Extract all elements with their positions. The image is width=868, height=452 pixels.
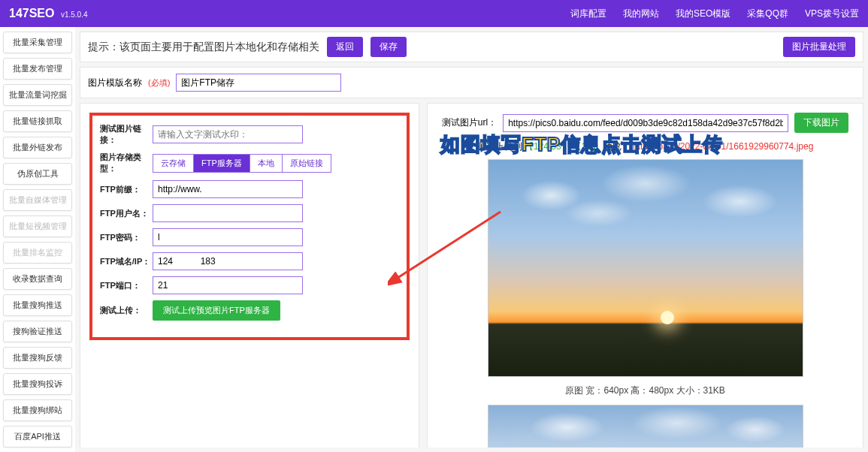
sidebar-item-3[interactable]: 批量链接抓取 (3, 110, 72, 132)
sidebar-item-1[interactable]: 批量发布管理 (3, 58, 72, 80)
ftp-prefix-input[interactable] (153, 180, 303, 198)
ftp-pass-input[interactable] (153, 228, 303, 246)
ftp-user-input[interactable] (153, 204, 303, 222)
batch-image-button[interactable]: 图片批量处理 (783, 37, 855, 57)
nav-dict[interactable]: 词库配置 (570, 8, 606, 20)
template-name-label: 图片模版名称 (88, 77, 142, 89)
sidebar-item-7[interactable]: 批量短视频管理 (3, 215, 72, 237)
storage-option-3[interactable]: 原始链接 (283, 154, 331, 173)
preview-image (488, 159, 803, 377)
storage-type-label: 图片存储类型： (100, 152, 153, 174)
ftp-user-label: FTP用户名： (100, 208, 153, 219)
template-name-bar: 图片模版名称 (必填) (80, 67, 863, 98)
sidebar-item-11[interactable]: 搜狗验证推送 (3, 321, 72, 342)
sidebar-item-5[interactable]: 伪原创工具 (3, 163, 72, 185)
top-nav: 词库配置 我的网站 我的SEO模版 采集QQ群 VPS拨号设置 (570, 8, 859, 20)
template-name-input[interactable] (176, 74, 341, 92)
sidebar-item-12[interactable]: 批量搜狗反馈 (3, 347, 72, 369)
sidebar-item-10[interactable]: 批量搜狗推送 (3, 294, 72, 316)
save-button[interactable]: 保存 (370, 37, 407, 57)
nav-qq[interactable]: 采集QQ群 (747, 8, 788, 20)
sidebar-item-14[interactable]: 批量搜狗绑站 (3, 399, 72, 421)
ftp-pass-label: FTP密码： (100, 232, 153, 243)
sidebar-item-13[interactable]: 批量搜狗投诉 (3, 373, 72, 395)
sidebar: 批量采集管理批量发布管理批量流量词挖掘批量链接抓取批量外链发布伪原创工具批量自媒… (0, 27, 75, 452)
test-link-input[interactable] (153, 125, 303, 143)
preview-image-2 (488, 405, 803, 447)
ftp-port-label: FTP端口： (100, 280, 153, 291)
upload-status-row: 测试上传到 【124 33】 【21】 预览： http:// oads/202… (437, 140, 854, 153)
test-upload-label: 测试上传： (100, 305, 153, 316)
brand: 147SEO v1.5.0.4 (9, 7, 88, 20)
storage-type-segment: 云存储FTP服务器本地原始链接 (153, 154, 331, 173)
sidebar-item-8[interactable]: 批量排名监控 (3, 242, 72, 264)
nav-seo-tpl[interactable]: 我的SEO模版 (676, 8, 730, 20)
storage-option-0[interactable]: 云存储 (153, 154, 194, 173)
status-ip: 【124 33】 (525, 141, 570, 152)
sidebar-item-4[interactable]: 批量外链发布 (3, 137, 72, 158)
sidebar-item-15[interactable]: 百度API推送 (3, 426, 72, 447)
preview-url-input[interactable] (503, 114, 788, 132)
sidebar-item-0[interactable]: 批量采集管理 (3, 32, 72, 53)
tip-text: 提示：该页面主要用于配置图片本地化和存储相关 (88, 41, 319, 54)
top-bar: 147SEO v1.5.0.4 词库配置 我的网站 我的SEO模版 采集QQ群 … (0, 0, 868, 27)
tip-bar: 提示：该页面主要用于配置图片本地化和存储相关 返回 保存 图片批量处理 (80, 32, 863, 62)
storage-option-1[interactable]: FTP服务器 (194, 154, 250, 173)
nav-vps[interactable]: VPS拨号设置 (805, 8, 859, 20)
status-code: 【21】 (573, 141, 600, 152)
nav-mysite[interactable]: 我的网站 (623, 8, 659, 20)
image-caption: 原图 宽：640px 高：480px 大小：31KB (437, 384, 854, 397)
brand-version: v1.5.0.4 (61, 11, 88, 19)
config-panel: 测试图片链接： 图片存储类型： 云存储FTP服务器本地原始链接 FTP前缀： (80, 103, 419, 447)
sidebar-item-6[interactable]: 批量自媒体管理 (3, 189, 72, 211)
ftp-host-label: FTP域名/IP： (100, 256, 153, 267)
preview-panel: 测试图片url： 下载图片 测试上传到 【124 33】 【21】 预览： ht… (427, 103, 863, 447)
main-area: 提示：该页面主要用于配置图片本地化和存储相关 返回 保存 图片批量处理 图片模版… (75, 27, 868, 452)
storage-option-2[interactable]: 本地 (250, 154, 283, 173)
ftp-host-input[interactable] (153, 252, 303, 270)
sidebar-item-2[interactable]: 批量流量词挖掘 (3, 84, 72, 106)
status-prefix: 测试上传到 (477, 141, 522, 152)
status-preview-label: 预览： (603, 141, 631, 152)
test-upload-button[interactable]: 测试上传预览图片FTP服务器 (153, 300, 280, 321)
sidebar-item-9[interactable]: 收录数据查询 (3, 268, 72, 290)
ftp-port-input[interactable] (153, 276, 303, 294)
back-button[interactable]: 返回 (327, 37, 363, 57)
download-image-button[interactable]: 下载图片 (794, 113, 848, 133)
status-url: http:// oads/2022-08-31/1661929960774.jp… (633, 141, 813, 152)
preview-url-label: 测试图片url： (442, 116, 497, 129)
ftp-config-highlight: 测试图片链接： 图片存储类型： 云存储FTP服务器本地原始链接 FTP前缀： (89, 113, 410, 340)
required-mark: (必填) (148, 77, 170, 89)
ftp-prefix-label: FTP前缀： (100, 184, 153, 195)
test-link-label: 测试图片链接： (100, 123, 153, 146)
brand-name: 147SEO (9, 7, 54, 20)
